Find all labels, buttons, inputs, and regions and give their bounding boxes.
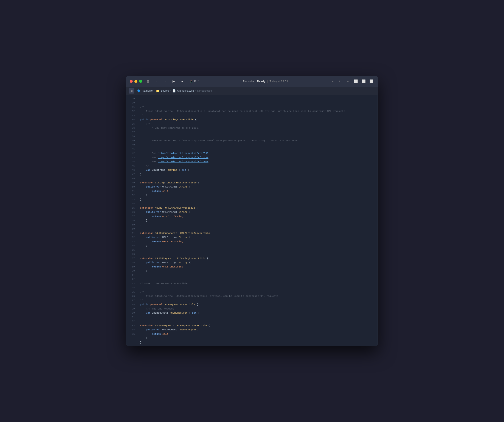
device-selector[interactable]: 📱 iP...6 [188, 78, 201, 84]
code-text[interactable]: /** Types adopting the `URLStringConvert… [138, 95, 378, 346]
stop-button[interactable]: ■ [179, 78, 185, 84]
line-numbers: 2930313233343536373839404142434445464748… [126, 95, 138, 346]
assistant-editor-button[interactable]: ⬜ [360, 78, 366, 84]
window-title-area: Alamofire: Ready | Today at 23:03 [204, 80, 327, 83]
back-button[interactable]: ‹ [153, 78, 159, 84]
traffic-lights [130, 80, 142, 83]
breadcrumb-selection[interactable]: No Selection [197, 89, 212, 92]
close-button[interactable] [130, 80, 133, 83]
single-editor-button[interactable]: ⬜ [353, 78, 359, 84]
alamofire-icon: 🔷 [137, 89, 140, 92]
toolbar-right: ≡ ↻ ↩ ⬜ ⬜ ⬜ [330, 78, 374, 84]
play-button[interactable]: ▶ [171, 78, 177, 84]
breadcrumb-bar: ⊞ 🔷 Alamofire › 📁 Source › 📄 Alamofire.s… [126, 87, 378, 95]
breadcrumb-label-alamofire: Alamofire [142, 89, 153, 92]
breadcrumb-label-source: Source [161, 89, 169, 92]
breadcrumb-alamofire[interactable]: 🔷 Alamofire [137, 89, 153, 92]
return-button[interactable]: ↩ [345, 78, 351, 84]
sep1: › [154, 89, 155, 92]
editor-divider [378, 95, 378, 346]
sep2: › [170, 89, 171, 92]
maximize-button[interactable] [139, 80, 142, 83]
code-editor[interactable]: 2930313233343536373839404142434445464748… [126, 95, 378, 346]
title-bar: ⊞ ‹ › ▶ ■ 📱 iP...6 Alamofire: Ready | To… [126, 76, 378, 87]
swift-file-icon: 📄 [172, 89, 176, 92]
navigator-toggle[interactable]: ⊞ [129, 88, 134, 93]
separator: | [267, 80, 268, 83]
breadcrumb-label-selection: No Selection [197, 89, 212, 92]
breadcrumb-source[interactable]: 📁 Source [156, 89, 169, 92]
version-button[interactable]: ⬜ [368, 78, 374, 84]
timestamp: Today at 23:03 [270, 80, 288, 83]
app-name: Alamofire: [243, 80, 255, 83]
folder-icon: 📁 [156, 89, 159, 92]
editor-mode-button[interactable]: ≡ [330, 78, 336, 84]
build-status: Ready [257, 80, 265, 83]
forward-button[interactable]: › [162, 78, 168, 84]
xcode-window: ⊞ ‹ › ▶ ■ 📱 iP...6 Alamofire: Ready | To… [126, 76, 378, 347]
breadcrumb-label-file: Alamofire.swift [177, 89, 194, 92]
grid-view-button[interactable]: ⊞ [145, 78, 151, 84]
sep3: › [195, 89, 196, 92]
version-editor-button[interactable]: ↻ [337, 78, 343, 84]
minimize-button[interactable] [134, 80, 138, 83]
breadcrumb-file[interactable]: 📄 Alamofire.swift [172, 89, 194, 92]
